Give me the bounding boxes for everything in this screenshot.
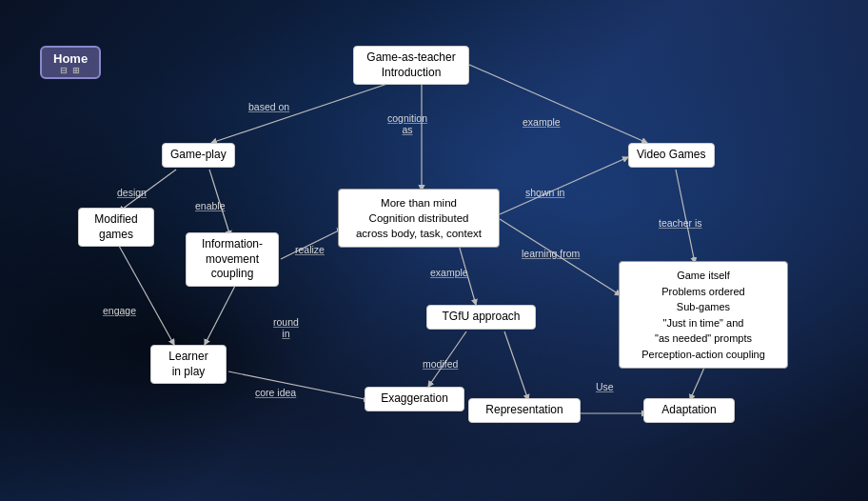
node-representation[interactable]: Representation [468,398,581,423]
node-modified-games[interactable]: Modifiedgames [78,208,154,247]
link-use: Use [596,381,614,392]
link-engage: engage [103,305,136,316]
link-round-in: roundin [273,316,299,339]
home-label: Home [53,51,88,66]
link-cognition-as: cognitionas [387,112,427,135]
link-shown-in: shown in [525,187,564,198]
link-example2: example [430,267,468,278]
link-realize: realize [295,244,325,255]
node-info-movement[interactable]: Information-movementcoupling [186,232,279,287]
home-icon: ⊟ ⊞ [53,66,88,75]
node-learner-in-play[interactable]: Learnerin play [150,345,227,384]
link-based-on: based on [248,101,289,112]
link-example1: example [523,116,561,128]
node-game-play[interactable]: Game-play [162,143,235,168]
link-core-idea: core idea [255,387,296,398]
node-more-than-mind[interactable]: More than mindCognition distributedacros… [338,189,500,248]
link-learning-from: learning from [522,248,580,259]
node-adaptation[interactable]: Adaptation [643,398,735,423]
node-video-games[interactable]: Video Games [628,143,715,168]
node-tgfu[interactable]: TGfU approach [426,305,536,330]
node-game-as-teacher[interactable]: Game-as-teacherIntroduction [353,46,469,85]
link-teacher-is: teacher is [659,217,702,229]
link-enable: enable [195,200,226,211]
node-game-itself[interactable]: Game itselfProblems orderedSub-games"Jus… [619,261,788,369]
home-button[interactable]: Home ⊟ ⊞ [40,46,101,79]
link-design: design [117,187,147,198]
node-exaggeration[interactable]: Exaggeration [365,387,464,411]
link-modified: modifed [423,358,458,370]
